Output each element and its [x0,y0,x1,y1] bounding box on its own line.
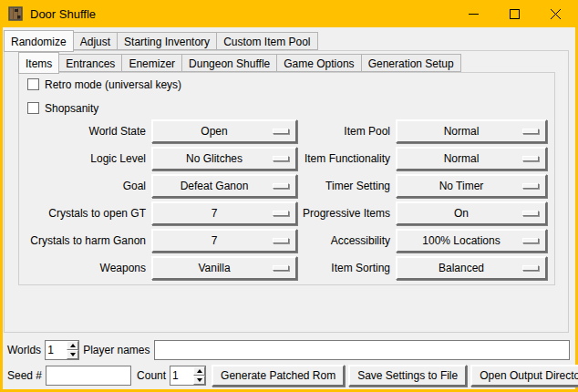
world-state-value: Open [201,125,227,138]
tab-custom-item-pool[interactable]: Custom Item Pool [216,32,317,50]
worlds-spin-down-button[interactable] [67,350,78,359]
timer-setting-value: No Timer [439,180,484,192]
player-names-label: Player names [83,344,150,356]
crystals-open-gt-dropdown[interactable]: 7 [151,201,297,225]
weapons-dropdown[interactable]: Vanilla [151,256,297,280]
spinner-up-icon [197,369,202,373]
count-spinner-arrows [193,366,205,385]
item-functionality-label: Item Functionality [303,147,390,170]
minimize-button[interactable] [453,0,494,27]
dropdown-indicator-icon [273,129,289,134]
accessibility-value: 100% Locations [422,234,500,247]
dropdown-indicator-icon [522,265,539,271]
tab-generation-setup[interactable]: Generation Setup [361,54,461,72]
player-names-input[interactable] [154,340,571,360]
window-content: Randomize Adjust Starting Inventory Cust… [3,27,575,389]
app-window: Door Shuffle Randomize [0,0,578,392]
tab-randomize[interactable]: Randomize [4,30,74,52]
close-button[interactable] [535,0,576,27]
shopsanity-label: Shopsanity [45,102,98,115]
item-sorting-value: Balanced [439,262,484,274]
spinner-down-icon [70,353,76,356]
item-sorting-dropdown[interactable]: Balanced [396,256,547,280]
tab-entrances[interactable]: Entrances [58,54,122,72]
count-label: Count [137,369,166,382]
worlds-spin-up-button[interactable] [67,341,78,350]
worlds-spinner [45,340,79,360]
count-input[interactable] [170,366,193,385]
titlebar[interactable]: Door Shuffle [0,0,578,27]
tab-dungeon-shuffle[interactable]: Dungeon Shuffle [181,54,277,72]
weapons-label: Weapons [22,256,146,280]
count-spin-down-button[interactable] [193,376,205,385]
progressive-items-value: On [454,207,469,220]
timer-setting-dropdown[interactable]: No Timer [396,174,547,198]
dropdown-indicator-icon [273,183,289,189]
dropdown-indicator-icon [273,156,289,161]
worlds-spinner-arrows [67,341,78,359]
tab-items[interactable]: Items [18,52,59,74]
dropdown-indicator-icon [522,238,539,243]
retro-mode-checkbox[interactable] [27,78,39,90]
goal-value: Defeat Ganon [181,180,249,192]
crystals-open-gt-value: 7 [212,207,218,220]
tab-enemizer[interactable]: Enemizer [121,54,182,72]
retro-mode-row: Retro mode (universal keys) [27,77,181,91]
worlds-label: Worlds [7,344,41,356]
world-state-dropdown[interactable]: Open [151,119,297,143]
tab-game-options[interactable]: Game Options [276,54,361,72]
open-output-directory-button[interactable]: Open Output Directory [470,365,578,387]
logic-level-label: Logic Level [22,147,146,170]
count-spinner [170,366,206,386]
accessibility-label: Accessibility [303,229,390,253]
door-icon [8,6,23,21]
count-spin-up-button[interactable] [193,366,205,376]
retro-mode-label: Retro mode (universal keys) [45,78,181,91]
save-settings-button[interactable]: Save Settings to File [348,365,467,387]
dropdown-indicator-icon [273,238,289,243]
item-pool-dropdown[interactable]: Normal [396,119,547,143]
crystals-harm-ganon-dropdown[interactable]: 7 [151,229,297,253]
window-title: Door Shuffle [30,7,96,21]
dropdown-indicator-icon [273,265,289,271]
logic-level-value: No Glitches [186,152,243,165]
item-functionality-dropdown[interactable]: Normal [396,147,547,170]
item-pool-label: Item Pool [303,119,390,143]
dropdown-indicator-icon [522,211,539,216]
maximize-button[interactable] [494,0,535,27]
primary-tab-bar: Randomize Adjust Starting Inventory Cust… [4,30,317,52]
crystals-harm-ganon-label: Crystals to harm Ganon [22,229,146,253]
generate-patched-rom-button[interactable]: Generate Patched Rom [212,365,345,387]
dropdown-indicator-icon [522,129,539,134]
crystals-harm-ganon-value: 7 [212,234,218,247]
seed-label: Seed # [7,369,42,382]
crystals-open-gt-label: Crystals to open GT [22,201,146,225]
weapons-value: Vanilla [198,262,230,274]
secondary-tab-bar: Items Entrances Enemizer Dungeon Shuffle… [18,52,460,74]
logic-level-dropdown[interactable]: No Glitches [151,147,297,170]
worlds-row: Worlds Player names [7,340,570,360]
progressive-items-dropdown[interactable]: On [396,201,547,225]
options-grid: World State Open Item Pool Normal Logic … [22,119,547,280]
tab-starting-inventory[interactable]: Starting Inventory [117,32,217,50]
dropdown-indicator-icon [273,211,289,216]
shopsanity-row: Shopsanity [27,101,98,115]
goal-label: Goal [22,174,146,198]
worlds-input[interactable] [46,341,67,359]
seed-input[interactable] [46,366,131,386]
goal-dropdown[interactable]: Defeat Ganon [151,174,297,198]
world-state-label: World State [22,119,146,143]
timer-setting-label: Timer Setting [303,174,390,198]
item-functionality-value: Normal [444,152,480,165]
window-controls [453,0,576,27]
accessibility-dropdown[interactable]: 100% Locations [396,229,547,253]
tab-adjust[interactable]: Adjust [73,32,118,50]
dropdown-indicator-icon [522,156,539,161]
item-pool-value: Normal [444,125,480,138]
spinner-up-icon [70,344,76,347]
close-icon [551,9,561,19]
maximize-icon [510,9,520,19]
shopsanity-checkbox[interactable] [27,102,39,114]
item-sorting-label: Item Sorting [303,256,390,280]
minimize-icon [469,9,479,19]
